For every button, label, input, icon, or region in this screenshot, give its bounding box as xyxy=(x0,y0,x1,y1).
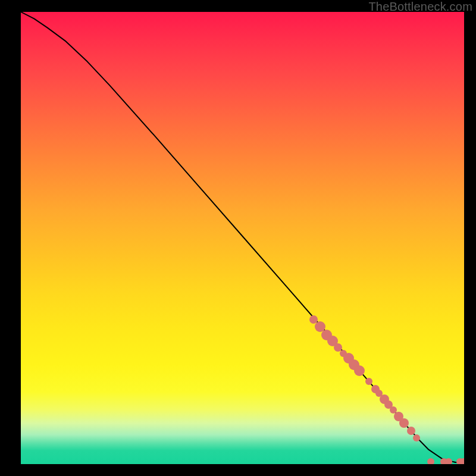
gpu-marker xyxy=(445,458,452,464)
marker-layer xyxy=(21,12,464,464)
gpu-marker xyxy=(413,434,420,441)
gpu-marker xyxy=(399,418,409,428)
gpu-marker xyxy=(354,365,365,376)
chart-stage: TheBottleneck.com xyxy=(0,0,476,476)
gpu-marker xyxy=(365,378,372,385)
gpu-marker xyxy=(460,458,465,464)
plot-area xyxy=(21,12,464,464)
gpu-marker xyxy=(427,458,434,464)
gpu-marker xyxy=(407,427,415,435)
